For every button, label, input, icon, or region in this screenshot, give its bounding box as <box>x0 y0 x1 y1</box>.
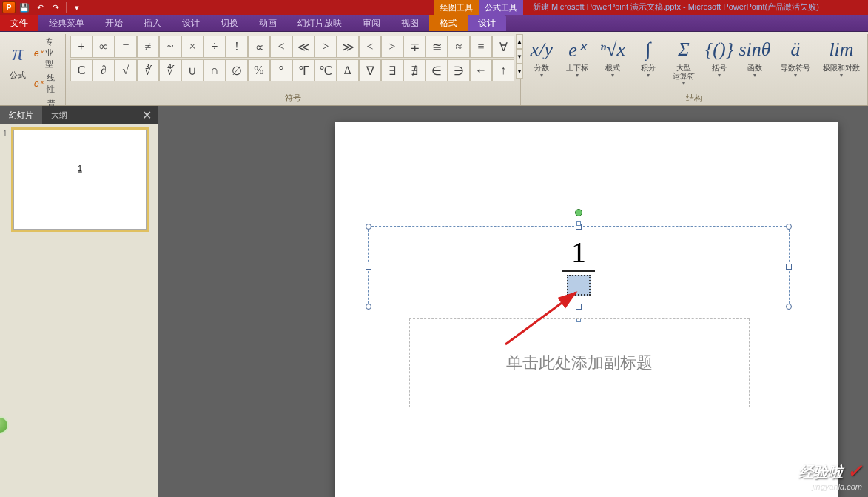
resize-handle[interactable] <box>366 224 371 230</box>
structure-button[interactable]: x/y分数▾ <box>525 36 558 87</box>
symbol-button[interactable]: ← <box>470 59 492 81</box>
symbol-button[interactable]: ≤ <box>359 36 381 58</box>
ex-icon: eˣ <box>34 48 43 59</box>
symbol-button[interactable]: ∅ <box>226 59 248 81</box>
symbol-button[interactable]: ∀ <box>492 36 514 58</box>
tab-slides[interactable]: 幻灯片 <box>0 106 42 124</box>
symbol-button[interactable]: √ <box>115 59 137 81</box>
resize-handle[interactable] <box>366 264 371 270</box>
symbol-button[interactable]: ∝ <box>248 36 270 58</box>
ex-icon: eˣ <box>34 79 44 89</box>
title-textbox[interactable]: 1 <box>368 226 790 307</box>
structure-icon: sinθ <box>739 36 770 64</box>
ribbon-group-tools: π 公式 eˣ专业型 eˣ线性 abc普通文本 工具 <box>0 34 66 105</box>
symbol-button[interactable]: = <box>115 36 137 58</box>
tab-outline[interactable]: 大纲 <box>42 106 76 124</box>
symbol-button[interactable]: ∩ <box>203 59 226 81</box>
rotation-handle[interactable] <box>575 209 582 216</box>
resize-handle[interactable] <box>786 224 792 230</box>
symbol-button[interactable]: ℃ <box>314 59 337 81</box>
dropdown-icon: ▾ <box>840 72 843 79</box>
resize-handle[interactable] <box>366 304 371 310</box>
symbol-button[interactable]: ∄ <box>403 59 425 81</box>
equation-handle[interactable] <box>576 221 581 226</box>
symbol-button[interactable]: ∓ <box>403 36 425 58</box>
save-icon[interactable]: 💾 <box>18 1 31 13</box>
resize-handle[interactable] <box>576 304 582 310</box>
symbol-button[interactable]: ≪ <box>292 36 314 58</box>
resize-handle[interactable] <box>786 304 792 310</box>
file-tab[interactable]: 文件 <box>0 15 38 31</box>
tab-equation-design[interactable]: 设计 <box>468 15 506 31</box>
symbol-button[interactable]: C <box>70 59 92 81</box>
symbol-button[interactable]: ≠ <box>137 36 159 58</box>
symbol-button[interactable]: ± <box>70 36 92 58</box>
symbol-button[interactable]: ~ <box>159 36 181 58</box>
symbol-button[interactable]: ∞ <box>92 36 115 58</box>
symbol-button[interactable]: ≈ <box>448 36 470 58</box>
symbol-button[interactable]: ∛ <box>137 59 159 81</box>
professional-button[interactable]: eˣ专业型 <box>33 36 62 70</box>
symbol-button[interactable]: ∪ <box>181 59 203 81</box>
fraction-numerator[interactable]: 1 <box>562 238 595 267</box>
symbol-button[interactable]: ≫ <box>337 36 359 58</box>
slide-thumbnail[interactable]: 1 <box>13 130 147 230</box>
pi-equation-icon[interactable]: π <box>6 36 30 70</box>
tab-home[interactable]: 开始 <box>95 15 133 31</box>
structure-button[interactable]: ∫积分▾ <box>632 36 665 87</box>
symbol-button[interactable]: < <box>270 36 292 58</box>
structure-button[interactable]: eˣ上下标▾ <box>561 36 593 87</box>
symbol-button[interactable]: ≡ <box>470 36 492 58</box>
symbol-button[interactable]: ° <box>270 59 292 81</box>
symbol-button[interactable]: ∈ <box>425 59 448 81</box>
structure-icon: ä <box>791 36 801 64</box>
slide-canvas[interactable]: 1 单击此处添加副标题 <box>158 106 868 497</box>
tab-classic-menu[interactable]: 经典菜单 <box>38 15 95 31</box>
tab-animation[interactable]: 动画 <box>249 15 287 31</box>
symbol-button[interactable]: ℉ <box>292 59 314 81</box>
symbol-button[interactable]: ! <box>226 36 248 58</box>
symbol-button[interactable]: ↑ <box>492 59 514 81</box>
tab-slideshow[interactable]: 幻灯片放映 <box>287 15 352 31</box>
symbol-button[interactable]: ≅ <box>425 36 448 58</box>
tab-review[interactable]: 审阅 <box>352 15 391 31</box>
structure-button[interactable]: ⁿ√x根式▾ <box>596 36 629 87</box>
tab-design[interactable]: 设计 <box>172 15 210 31</box>
tab-view[interactable]: 视图 <box>391 15 429 31</box>
qat-dropdown-icon[interactable]: ▾ <box>70 1 84 13</box>
symbol-button[interactable]: ∆ <box>337 59 359 81</box>
tab-transition[interactable]: 切换 <box>210 15 249 31</box>
slide[interactable]: 1 单击此处添加副标题 <box>335 122 838 497</box>
equation-label: 公式 <box>10 70 26 81</box>
fraction-denominator-placeholder[interactable] <box>567 275 591 296</box>
tab-format[interactable]: 格式 <box>429 15 468 31</box>
contextual-tab-equation: 公式工具 <box>479 0 523 15</box>
symbol-button[interactable]: > <box>314 36 337 58</box>
resize-handle[interactable] <box>786 264 792 270</box>
symbol-button[interactable]: ∋ <box>448 59 470 81</box>
symbol-button[interactable]: ∂ <box>92 59 115 81</box>
close-panel-icon[interactable]: ✕ <box>136 108 158 122</box>
symbol-grid: ±∞=≠~×÷!∝<≪>≫≤≥∓≅≈≡∀ C∂√∛∜∪∩∅%°℉℃∆∇∃∄∈∋←… <box>69 34 516 83</box>
redo-icon[interactable]: ↷ <box>49 1 62 13</box>
tab-insert[interactable]: 插入 <box>133 15 172 31</box>
structure-button[interactable]: ä导数符号▾ <box>774 36 817 87</box>
symbol-button[interactable]: ÷ <box>203 36 226 58</box>
thumbnail-number: 1 <box>3 130 10 230</box>
subtitle-textbox[interactable]: 单击此处添加副标题 <box>409 318 750 407</box>
thumbnail-item[interactable]: 1 1 <box>3 130 155 230</box>
separator <box>66 2 67 13</box>
equation-fraction[interactable]: 1 <box>562 238 595 296</box>
symbol-button[interactable]: × <box>181 36 203 58</box>
symbol-button[interactable]: ∃ <box>381 59 403 81</box>
structure-button[interactable]: Σ大型 运算符▾ <box>667 36 700 87</box>
undo-icon[interactable]: ↶ <box>33 1 47 13</box>
symbol-button[interactable]: ∜ <box>159 59 181 81</box>
structure-button[interactable]: {()}括号▾ <box>703 36 736 87</box>
symbol-button[interactable]: ∇ <box>359 59 381 81</box>
structure-button[interactable]: sinθ函数▾ <box>739 36 771 87</box>
linear-button[interactable]: eˣ线性 <box>33 72 62 96</box>
structure-button[interactable]: lim极限和对数▾ <box>820 36 863 87</box>
symbol-button[interactable]: ≥ <box>381 36 403 58</box>
symbol-button[interactable]: % <box>248 59 270 81</box>
